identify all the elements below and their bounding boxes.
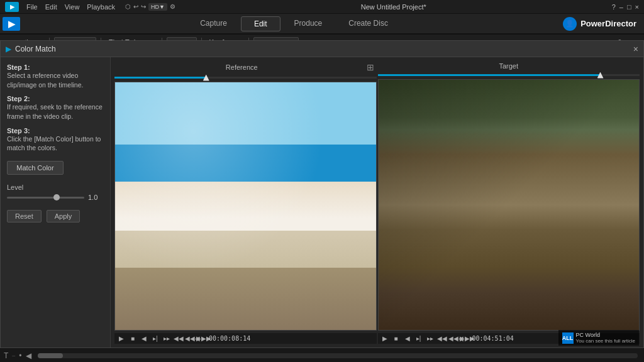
reference-controls: ▶ ■ ◀ ▸| ▸▸ ◀◀ ◀◀◀ ▶▶▶ 00:00:08:14 (114, 333, 377, 344)
menu-view[interactable]: View (65, 3, 80, 11)
watermark-line1: PC World (576, 332, 635, 338)
watermark: ALL PC World You can see this full artic… (558, 330, 639, 346)
step3-text: Click the [Match Color] button to match … (7, 134, 104, 153)
brand-logo: PowerDirector (580, 19, 636, 28)
target-preview (378, 79, 640, 331)
dialog-titlebar: ▶ Color Match × (1, 41, 643, 57)
reference-time: 00:00:08:14 (209, 335, 250, 342)
reference-expand-icon[interactable]: ⊞ (367, 62, 374, 72)
minimize-btn[interactable]: – (619, 3, 623, 11)
help-btn[interactable]: ? (612, 3, 616, 11)
target-progress-bar[interactable] (378, 74, 640, 76)
level-slider[interactable] (7, 197, 84, 199)
slider-thumb[interactable] (53, 194, 60, 200)
target-header: Target (378, 61, 640, 71)
level-label: Level (7, 184, 104, 191)
step3: Step 3: Click the [Match Color] button t… (7, 127, 104, 155)
step2: Step 2: If required, seek to the referen… (7, 95, 104, 123)
tgt-play-btn[interactable]: ▶ (380, 335, 389, 342)
watermark-icon: ALL (562, 332, 574, 344)
tgt-end-btn[interactable]: ▶▶▶ (460, 335, 469, 342)
reference-progress-thumb (203, 75, 209, 81)
ref-end-btn[interactable]: ▶▶▶ (196, 335, 205, 342)
reference-header: Reference ⊞ (114, 61, 377, 74)
tab-produce[interactable]: Produce (282, 16, 335, 31)
nav-bar: ▶ Capture Edit Produce Create Disc 👤 Pow… (0, 14, 644, 34)
app-logo: ▶ (5, 2, 19, 12)
target-progress-fill (378, 74, 601, 76)
target-time: 00:04:51:04 (472, 335, 514, 342)
ref-fast-fwd-btn[interactable]: ▸▸ (162, 335, 171, 342)
tgt-rew-btn[interactable]: ◀◀ (437, 335, 446, 342)
target-panel: Target ▶ ■ ◀ (378, 61, 640, 344)
menu-file[interactable]: File (26, 3, 38, 11)
dialog-body: Step 1: Select a reference video clip/im… (1, 57, 643, 348)
reference-title: Reference (117, 63, 367, 71)
dialog-left-panel: Step 1: Select a reference video clip/im… (1, 57, 111, 348)
menu-bar: ▶ File Edit View Playback ⬡ ↩ ↪ HD▼ ⚙ Ne… (0, 0, 644, 14)
tab-capture[interactable]: Capture (187, 16, 240, 31)
ref-rew-btn[interactable]: ◀◀ (174, 335, 182, 342)
scroll-left-btn[interactable]: ◀ (26, 351, 31, 360)
step2-label: Step 2: (7, 95, 30, 102)
tgt-stop-btn[interactable]: ■ (392, 335, 401, 342)
nav-logo: ▶ (3, 17, 20, 31)
reset-button[interactable]: Reset (7, 210, 42, 222)
tab-edit[interactable]: Edit (241, 16, 280, 31)
project-title: New Untitled Project* (183, 3, 604, 11)
horizontal-scrollbar[interactable] (38, 353, 638, 358)
step2-text: If required, seek to the reference frame… (7, 102, 104, 121)
action-buttons: Reset Apply (7, 210, 104, 222)
close-btn[interactable]: × (635, 3, 639, 11)
menu-edit[interactable]: Edit (45, 3, 57, 11)
tab-create-disc[interactable]: Create Disc (336, 16, 401, 31)
step1-label: Step 1: (7, 63, 30, 71)
ref-prev-btn[interactable]: ◀ (140, 335, 148, 342)
reference-progress-fill (114, 77, 206, 79)
window-controls: ? – □ × (612, 3, 639, 11)
maximize-btn[interactable]: □ (627, 3, 631, 11)
color-match-dialog: ▶ Color Match × Step 1: Select a referen… (0, 40, 644, 348)
step1-text: Select a reference video clip/image on t… (7, 71, 104, 89)
tgt-skip-btn[interactable]: ◀◀◀ (448, 335, 457, 342)
zoom-out-btn[interactable]: T (4, 351, 8, 360)
user-avatar[interactable]: 👤 (563, 17, 577, 31)
level-section: Level 1.0 (7, 184, 104, 201)
dialog-title-text: Color Match (15, 45, 630, 53)
target-progress-thumb (597, 72, 604, 79)
menu-playback[interactable]: Playback (87, 3, 115, 11)
bottom-bar: T – • ◀ (0, 348, 644, 362)
dialog-title-icon: ▶ (6, 45, 11, 53)
reference-progress-bar[interactable] (114, 77, 377, 79)
step1: Step 1: Select a reference video clip/im… (7, 63, 104, 91)
watermark-text-block: PC World You can see this full article (576, 332, 635, 344)
tgt-step-fwd-btn[interactable]: ▸| (414, 335, 423, 342)
reference-panel: Reference ⊞ ▶ ■ (114, 61, 377, 344)
beach-video-frame (115, 82, 376, 330)
dialog-close-btn[interactable]: × (633, 44, 638, 54)
match-color-button[interactable]: Match Color (7, 161, 64, 175)
nav-tabs: Capture Edit Produce Create Disc (25, 16, 563, 31)
rocks-video-frame (379, 80, 640, 330)
ref-step-fwd-btn[interactable]: ▸| (151, 335, 160, 342)
ref-skip-btn[interactable]: ◀◀◀ (185, 335, 194, 342)
slider-row: 1.0 (7, 194, 104, 201)
color-match-dialog-container: ▶ Color Match × Step 1: Select a referen… (0, 34, 644, 348)
step3-label: Step 3: (7, 127, 30, 134)
ref-play-btn[interactable]: ▶ (117, 335, 126, 342)
reference-preview (114, 82, 377, 331)
apply-button[interactable]: Apply (47, 210, 80, 222)
zoom-in-btn[interactable]: • (19, 351, 21, 360)
tgt-prev-btn[interactable]: ◀ (403, 335, 412, 342)
ref-stop-btn[interactable]: ■ (128, 335, 137, 342)
level-value: 1.0 (88, 194, 104, 201)
tgt-fast-fwd-btn[interactable]: ▸▸ (426, 335, 435, 342)
nav-right: 👤 PowerDirector (563, 17, 641, 31)
video-panels: Reference ⊞ ▶ ■ (111, 57, 643, 348)
watermark-line2: You can see this full article (576, 338, 635, 344)
target-title: Target (380, 62, 638, 70)
scroll-thumb[interactable] (38, 353, 63, 358)
